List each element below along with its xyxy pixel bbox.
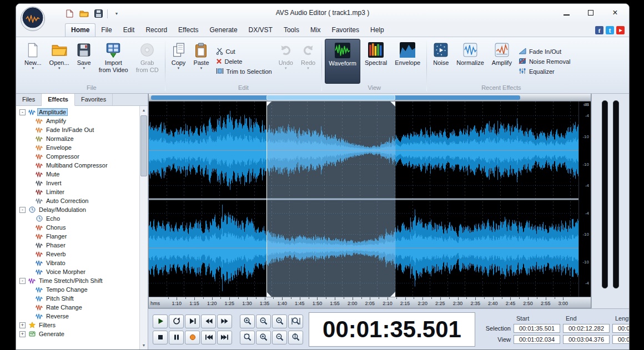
selection-start-value[interactable]: 00:01:35.501	[514, 324, 560, 333]
delete-button[interactable]: Delete	[216, 58, 272, 65]
selection-start-marker-top[interactable]	[266, 102, 271, 106]
tree-item-chorus[interactable]: Chorus	[16, 223, 139, 232]
collapse-toggle-icon[interactable]: -	[19, 109, 26, 115]
selection-end-marker-top[interactable]	[390, 102, 395, 106]
spectral-view-button[interactable]: Spectral	[361, 39, 390, 84]
scrollbar-track[interactable]	[140, 114, 148, 341]
close-button[interactable]: ×	[609, 7, 621, 18]
tree-item-vibrato[interactable]: Vibrato	[16, 258, 139, 267]
menu-mix[interactable]: Mix	[305, 24, 326, 37]
expand-toggle-icon[interactable]: +	[19, 322, 26, 328]
amplify-button[interactable]: Amplify	[489, 39, 515, 84]
import-from-video-button[interactable]: Import from Video	[95, 39, 132, 84]
tree-item-amplify[interactable]: Amplify	[16, 116, 139, 125]
view-end-value[interactable]: 00:03:04.376	[563, 335, 610, 344]
zoom-in-vertical-button[interactable]	[256, 331, 271, 344]
tree-item-tempo-change[interactable]: Tempo Change	[16, 285, 139, 294]
zoom-out-button[interactable]	[256, 315, 271, 328]
tree-item-mute[interactable]: Mute	[16, 170, 139, 179]
tree-item-compressor[interactable]: Compressor	[16, 152, 139, 161]
youtube-icon[interactable]	[616, 26, 625, 34]
scroll-down-icon[interactable]: ▼	[140, 341, 148, 349]
overview-selection-segment[interactable]	[266, 95, 396, 100]
grab-from-cd-button[interactable]: Grab from CD	[133, 39, 162, 84]
waveform-display[interactable]: dB -4-10-10-4-4-10-10-4	[149, 102, 591, 297]
title-bar[interactable]: ▼ AVS Audio Editor ( track1.mp3 ) ×	[16, 4, 629, 23]
minimize-button[interactable]	[560, 7, 572, 18]
tree-item-time-stretch-pitch-shift[interactable]: -Time Stretch/Pitch Shift	[16, 276, 139, 285]
collapse-toggle-icon[interactable]: -	[19, 278, 26, 284]
pause-button[interactable]	[169, 331, 184, 344]
equalizer-button[interactable]: Equalizer	[519, 68, 571, 75]
redo-button[interactable]: Redo ▼	[298, 39, 319, 84]
tree-item-multiband-compressor[interactable]: Multiband Compressor	[16, 161, 139, 170]
go-to-start-button[interactable]	[201, 331, 216, 344]
cut-button[interactable]: Cut	[216, 48, 272, 56]
tree-item-filters[interactable]: +Filters	[16, 321, 139, 329]
tree-item-voice-morpher[interactable]: Voice Morpher	[16, 267, 139, 276]
menu-file[interactable]: File	[95, 24, 117, 37]
save-dropdown-icon[interactable]: ▼	[82, 67, 85, 70]
open-button[interactable]: Open... ▼	[46, 39, 73, 84]
fade-in-out-button[interactable]: Fade In/Out	[519, 48, 571, 55]
tab-favorites[interactable]: Favorites	[75, 94, 113, 105]
expand-toggle-icon[interactable]: +	[19, 331, 26, 337]
tree-item-phaser[interactable]: Phaser	[16, 241, 139, 250]
zoom-selection-button[interactable]	[288, 315, 303, 328]
scrollbar-thumb[interactable]	[140, 115, 147, 176]
menu-home[interactable]: Home	[65, 23, 95, 37]
selection-end-marker-bottom[interactable]	[390, 292, 395, 297]
tree-item-auto-correction[interactable]: Auto Correction	[16, 196, 139, 205]
noise-removal-button[interactable]: Noise Removal	[519, 58, 571, 65]
new-button[interactable]: New... ▼	[21, 39, 45, 84]
collapse-toggle-icon[interactable]: -	[19, 207, 26, 213]
view-length-value[interactable]: 00:02:02.341	[612, 335, 629, 344]
zoom-in-button[interactable]	[240, 315, 255, 328]
tree-item-reverb[interactable]: Reverb	[16, 250, 139, 258]
zoom-frame-button[interactable]	[240, 331, 255, 344]
tree-item-pitch-shift[interactable]: Pitch Shift	[16, 294, 139, 303]
tree-item-amplitude[interactable]: -Amplitude	[16, 108, 139, 116]
next-marker-button[interactable]	[185, 315, 200, 328]
tree-item-fade-in-fade-out[interactable]: Fade In/Fade Out	[16, 125, 139, 134]
stop-button[interactable]	[153, 331, 168, 344]
open-dropdown-icon[interactable]: ▼	[58, 67, 61, 70]
zoom-default-button[interactable]	[272, 315, 287, 328]
zoom-fit-button[interactable]	[288, 331, 303, 344]
waveform-canvas[interactable]	[149, 102, 578, 297]
tree-item-invert[interactable]: Invert	[16, 179, 139, 187]
view-start-value[interactable]: 00:01:02.034	[514, 335, 560, 344]
repeat-button[interactable]	[169, 315, 184, 328]
tab-files[interactable]: Files	[16, 94, 42, 105]
tree-item-normalize[interactable]: Normalize	[16, 134, 139, 143]
scroll-up-icon[interactable]: ▲	[140, 106, 148, 114]
menu-help[interactable]: Help	[365, 24, 390, 37]
maximize-button[interactable]	[585, 7, 597, 18]
copy-button[interactable]: Copy ▼	[168, 39, 189, 84]
record-button[interactable]	[185, 331, 200, 344]
tree-item-limiter[interactable]: Limiter	[16, 187, 139, 196]
envelope-view-button[interactable]: Envelope	[391, 39, 424, 84]
tree-item-flanger[interactable]: Flanger	[16, 232, 139, 241]
redo-dropdown-icon[interactable]: ▼	[306, 67, 310, 70]
menu-effects[interactable]: Effects	[173, 24, 204, 37]
selection-length-value[interactable]: 00:00:36.781	[612, 324, 629, 333]
noise-button[interactable]: Noise	[430, 39, 452, 84]
fast-forward-button[interactable]	[217, 315, 232, 328]
tree-item-echo[interactable]: Echo	[16, 214, 139, 223]
tree-item-rate-change[interactable]: Rate Change	[16, 303, 139, 312]
paste-button[interactable]: Paste ▼	[190, 39, 212, 84]
waveform-view-button[interactable]: Waveform	[325, 39, 360, 84]
copy-dropdown-icon[interactable]: ▼	[177, 67, 180, 70]
tree-item-generate[interactable]: +Generate	[16, 329, 139, 338]
menu-edit[interactable]: Edit	[118, 24, 140, 37]
selection-end-value[interactable]: 00:02:12.282	[563, 324, 610, 333]
play-button[interactable]	[153, 315, 168, 328]
tree-item-delay-modulation[interactable]: -Delay/Modulation	[16, 205, 139, 214]
selection-start-marker-bottom[interactable]	[266, 292, 271, 297]
menu-dx-vst[interactable]: DX/VST	[243, 24, 278, 37]
tree-item-reverse[interactable]: Reverse	[16, 312, 139, 321]
new-dropdown-icon[interactable]: ▼	[31, 67, 34, 70]
undo-button[interactable]: Undo ▼	[275, 39, 296, 84]
menu-record[interactable]: Record	[140, 24, 173, 37]
